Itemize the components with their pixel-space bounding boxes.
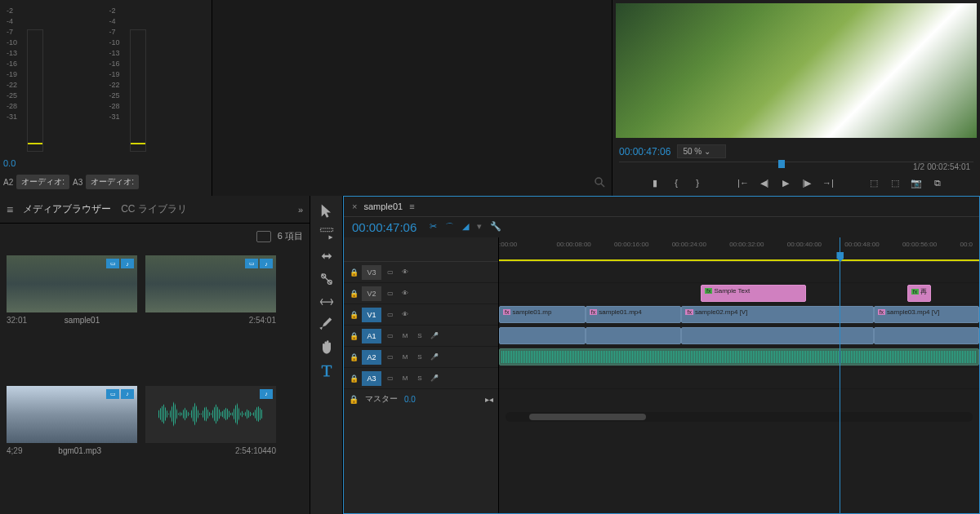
media-item[interactable]: ▭♪ 32:01 sample01 (7, 255, 137, 378)
horizontal-scrollbar[interactable] (506, 412, 973, 422)
tab-media-browser[interactable]: メディアブラウザー (23, 202, 111, 216)
audio-track-a2-tag[interactable]: オーディオ: (16, 175, 69, 189)
track-header-v3[interactable]: 🔒 V3 ▭ 👁 (344, 262, 498, 283)
media-thumbnail[interactable]: ▭♪ (145, 255, 276, 312)
lift-icon[interactable]: ⬚ (867, 176, 880, 189)
step-forward-icon[interactable]: |▶ (800, 176, 813, 189)
lock-icon[interactable]: 🔒 (349, 352, 359, 362)
lock-icon[interactable]: 🔒 (349, 289, 359, 299)
mute-button[interactable]: M (399, 330, 411, 342)
media-item[interactable]: ♪ 2:54:10440 (145, 386, 276, 508)
media-thumbnail[interactable]: ▭♪ (7, 255, 137, 312)
track-label[interactable]: V1 (362, 308, 381, 322)
audio-track-a3-tag[interactable]: オーディオ: (86, 175, 139, 189)
audio-clip[interactable] (586, 327, 682, 344)
timeline-timecode[interactable]: 00:00:47:06 (352, 220, 416, 234)
track-label[interactable]: A2 (362, 350, 381, 365)
media-thumbnail[interactable]: ▭♪ (7, 386, 137, 443)
comparison-icon[interactable]: ⧉ (931, 176, 944, 189)
tab-cc-libraries[interactable]: CC ライブラリ (121, 202, 187, 216)
settings-icon[interactable]: 🔧 (490, 221, 501, 233)
audio-clip[interactable] (499, 348, 979, 366)
track-header-v1[interactable]: 🔒 V1 ▭ 👁 (344, 304, 498, 326)
video-clip[interactable]: fxsample03.mp4 [V] (874, 306, 979, 323)
search-icon[interactable] (594, 176, 605, 189)
toggle-output-icon[interactable]: ▭ (385, 330, 396, 342)
track-lane-v1[interactable]: fxsample01.mp fxsample01.mp4 fxsample02.… (499, 304, 979, 326)
close-tab-icon[interactable]: × (352, 202, 357, 211)
timeline-tracks-area[interactable]: :00:00 00:00:08:00 00:00:16:00 00:00:24:… (499, 237, 979, 513)
lock-icon[interactable]: 🔒 (349, 310, 359, 320)
graphic-clip[interactable]: fx再 (907, 285, 931, 302)
insert-mode-icon[interactable]: ✂ (430, 221, 437, 233)
media-item[interactable]: ▭♪ 4;29 bgm01.mp3 (7, 386, 137, 508)
extract-icon[interactable]: ⬚ (889, 176, 902, 189)
lock-icon[interactable]: 🔒 (349, 331, 359, 341)
selection-tool-icon[interactable] (318, 202, 335, 219)
graphic-clip[interactable]: fxSample Text (701, 285, 806, 302)
sequence-tab[interactable]: sample01 (363, 202, 403, 211)
lock-icon[interactable]: 🔒 (349, 394, 359, 404)
mute-button[interactable]: M (399, 373, 411, 384)
collapse-icon[interactable]: ▸◂ (485, 395, 493, 404)
bracket-out-icon[interactable]: } (691, 176, 704, 189)
track-lane-v2[interactable]: fxSample Text fx再 (499, 283, 979, 304)
solo-button[interactable]: S (414, 352, 425, 363)
slip-tool-icon[interactable] (318, 294, 335, 310)
program-scrubber[interactable]: 1/2 00:02:54:01 (619, 162, 973, 170)
export-frame-icon[interactable]: 📷 (910, 176, 923, 189)
bracket-in-icon[interactable]: { (670, 176, 683, 189)
sequence-menu-icon[interactable]: ≡ (409, 202, 414, 211)
master-track-header[interactable]: 🔒 マスター 0.0 ▸◂ (344, 389, 498, 409)
track-label[interactable]: V3 (362, 265, 381, 280)
time-ruler[interactable]: :00:00 00:00:08:00 00:00:16:00 00:00:24:… (499, 237, 979, 262)
track-label[interactable]: A1 (362, 329, 381, 343)
toggle-output-icon[interactable]: ▭ (385, 373, 396, 384)
program-video-preview[interactable] (616, 3, 977, 138)
program-playhead[interactable] (778, 160, 785, 168)
toggle-output-icon[interactable]: ▭ (385, 267, 396, 278)
solo-button[interactable]: S (414, 373, 425, 384)
master-value[interactable]: 0.0 (404, 395, 416, 404)
go-to-in-icon[interactable]: |← (737, 176, 750, 189)
track-header-v2[interactable]: 🔒 V2 ▭ 👁 (344, 283, 498, 304)
track-header-a2[interactable]: 🔒 A2 ▭ M S 🎤 (344, 347, 498, 368)
play-icon[interactable]: ▶ (779, 176, 792, 189)
step-back-icon[interactable]: ◀| (758, 176, 771, 189)
track-header-a1[interactable]: 🔒 A1 ▭ M S 🎤 (344, 326, 498, 347)
media-thumbnail[interactable]: ♪ (145, 386, 276, 443)
toggle-output-icon[interactable]: ▭ (385, 352, 396, 363)
resolution-dropdown[interactable]: 1/2 (913, 162, 924, 171)
toggle-output-icon[interactable]: ▭ (385, 288, 396, 299)
lock-icon[interactable]: 🔒 (349, 374, 359, 383)
audio-clip[interactable] (681, 327, 873, 344)
media-item[interactable]: ▭♪ 2:54:01 (145, 255, 276, 378)
snap-icon[interactable]: ⌒ (445, 221, 454, 233)
track-lane-v3[interactable] (499, 262, 979, 283)
mark-in-icon[interactable]: ▮ (648, 176, 662, 189)
video-clip[interactable]: fxsample01.mp (499, 306, 586, 323)
go-to-out-icon[interactable]: →| (822, 176, 835, 189)
solo-button[interactable]: S (414, 330, 425, 342)
razor-tool-icon[interactable] (318, 271, 335, 287)
marker-tool-icon[interactable]: ▾ (477, 221, 482, 233)
track-header-a3[interactable]: 🔒 A3 ▭ M S 🎤 (344, 368, 498, 389)
new-bin-icon[interactable] (256, 231, 271, 242)
track-select-tool-icon[interactable] (318, 225, 335, 241)
timeline-playhead[interactable] (840, 237, 840, 513)
track-lane-a2[interactable] (499, 347, 979, 368)
video-clip[interactable]: fxsample01.mp4 (586, 306, 682, 323)
track-lane-a3[interactable] (499, 368, 979, 389)
eye-icon[interactable]: 👁 (399, 288, 411, 299)
linked-selection-icon[interactable]: ◢ (462, 221, 469, 233)
overflow-icon[interactable]: » (298, 205, 303, 215)
mic-icon[interactable]: 🎤 (429, 352, 440, 363)
audio-clip[interactable] (874, 327, 979, 344)
mic-icon[interactable]: 🎤 (429, 373, 440, 384)
hand-tool-icon[interactable] (318, 339, 335, 356)
panel-menu-icon[interactable]: ≡ (7, 203, 13, 216)
eye-icon[interactable]: 👁 (399, 309, 411, 321)
audio-clip[interactable] (499, 327, 586, 344)
zoom-dropdown[interactable]: 50 % ⌄ (677, 144, 726, 158)
track-label[interactable]: V2 (362, 286, 381, 301)
